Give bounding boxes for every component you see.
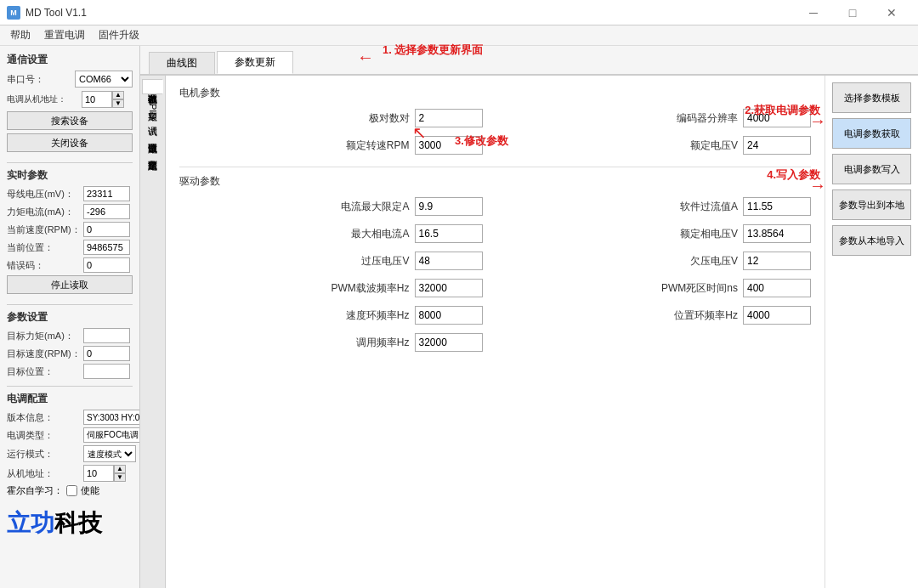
menu-bar: 帮助 重置电调 固件升级 — [0, 25, 918, 46]
right-panel: 选择参数模板 电调参数获取 电调参数写入 参数导出到本地 参数从本地导入 2.获… — [824, 76, 918, 588]
error-row: 错误码： — [7, 257, 133, 273]
export-params-btn[interactable]: 参数导出到本地 — [832, 189, 911, 220]
call-freq-field: 调用频率Hz — [179, 333, 483, 352]
minimize-button[interactable]: ─ — [794, 0, 833, 25]
driver-config-section: 电调配置 版本信息： 电调类型： 运行模式： 速度模式 从机地址： — [7, 392, 133, 497]
menu-firmware[interactable]: 固件升级 — [92, 26, 146, 44]
slave-down-btn[interactable]: ▼ — [114, 473, 126, 482]
hall-row: 霍尔自学习： 使能 — [7, 484, 133, 497]
maximize-button[interactable]: □ — [833, 0, 872, 25]
rated-speed-label: 额定转速RPM — [346, 139, 410, 153]
get-params-btn[interactable]: 电调参数获取 — [832, 118, 911, 149]
overvoltage-label: 过压电压V — [361, 254, 409, 269]
addr-input[interactable] — [82, 91, 112, 108]
menu-reset-esc[interactable]: 重置电调 — [37, 26, 92, 44]
logo-text: 立功科技 — [7, 507, 133, 540]
search-device-btn[interactable]: 搜索设备 — [7, 111, 133, 130]
param-set-section: 参数设置 目标力矩(mA)： 目标速度(RPM)： 目标位置： — [7, 310, 133, 379]
hall-checkbox[interactable] — [66, 485, 77, 496]
esc-type-label: 电调类型： — [7, 429, 83, 442]
encoder-res-field: 编码器分辨率 — [508, 109, 812, 127]
version-value — [83, 410, 140, 425]
rated-voltage-label: 额定电压V — [690, 139, 738, 153]
divider-3 — [7, 386, 133, 387]
addr-down-btn[interactable]: ▼ — [112, 99, 124, 108]
stop-read-btn[interactable]: 停止读取 — [7, 275, 133, 294]
overvoltage-field: 过压电压V — [179, 252, 483, 270]
hall-enable-label: 使能 — [81, 484, 99, 497]
param-content: 电机参数 极对数对 编码器分辨率 额定转速RPM — [166, 76, 824, 588]
version-row: 版本信息： — [7, 410, 133, 425]
port-select[interactable]: COM66 — [75, 71, 133, 88]
title-bar: M MD Tool V1.1 ─ □ ✕ — [0, 0, 918, 25]
run-mode-label: 运行模式： — [7, 448, 83, 461]
pole-pairs-field: 极对数对 — [179, 109, 483, 127]
esc-type-row: 电调类型： — [7, 427, 133, 443]
import-params-btn[interactable]: 参数从本地导入 — [832, 225, 911, 256]
max-current-input[interactable] — [415, 197, 483, 216]
encoder-res-input[interactable] — [743, 109, 811, 127]
addr-row: 电调从机地址： ▲ ▼ — [7, 91, 133, 108]
target-torque-label: 目标力矩(mA)： — [7, 330, 83, 342]
menu-help[interactable]: 帮助 — [3, 26, 37, 44]
close-button[interactable]: ✕ — [872, 0, 911, 25]
sw-overcurrent-input[interactable] — [743, 197, 811, 216]
slave-addr-row: 从机地址： ▲ ▼ — [7, 465, 133, 482]
addr-up-btn[interactable]: ▲ — [112, 91, 124, 99]
pos-loop-freq-field: 位置环频率Hz — [508, 306, 812, 325]
overvoltage-input[interactable] — [415, 252, 483, 270]
slave-up-btn[interactable]: ▲ — [114, 465, 126, 473]
pwm-freq-input[interactable] — [415, 279, 483, 297]
vert-tab-pos[interactable]: 额定位置调试 — [142, 128, 163, 144]
undervoltage-input[interactable] — [743, 252, 811, 270]
speed-row: 当前速度(RPM)： — [7, 222, 133, 237]
rated-phase-voltage-input[interactable] — [743, 224, 811, 243]
speed-loop-freq-field: 速度环频率Hz — [179, 306, 483, 325]
target-speed-input[interactable] — [83, 346, 130, 361]
tab-curve[interactable]: 曲线图 — [149, 52, 215, 74]
run-mode-select[interactable]: 速度模式 — [83, 445, 136, 462]
target-pos-input[interactable] — [83, 364, 130, 379]
max-phase-current-field: 最大相电流A — [179, 224, 483, 243]
speed-loop-freq-label: 速度环频率Hz — [346, 308, 410, 323]
title-bar-left: M MD Tool V1.1 — [7, 6, 87, 20]
slave-addr-input[interactable] — [83, 465, 114, 482]
port-row: 串口号： COM66 — [7, 71, 133, 88]
rated-phase-voltage-label: 额定相电压V — [680, 227, 738, 241]
rated-voltage-field: 额定电压V — [508, 136, 812, 155]
motor-params-title: 电机参数 — [179, 86, 811, 100]
select-template-btn[interactable]: 选择参数模板 — [832, 82, 911, 113]
slave-addr-label: 从机地址： — [7, 467, 83, 480]
error-label: 错误码： — [7, 259, 83, 272]
content-wrapper: 曲线图 参数更新 ← 1. 选择参数更新界面 基础参数调试 额定PID调试 额定… — [140, 46, 918, 588]
vert-tab-test[interactable]: 额定整定测试 — [142, 145, 163, 161]
speed-loop-freq-input[interactable] — [415, 306, 483, 325]
vert-tab-pid[interactable]: 额定PID调试 — [142, 96, 163, 127]
tab-bar-wrapper: 曲线图 参数更新 ← 1. 选择参数更新界面 — [140, 46, 918, 76]
pwm-deadtime-input[interactable] — [743, 279, 811, 297]
tab-params[interactable]: 参数更新 — [217, 51, 293, 74]
call-freq-input[interactable] — [415, 333, 483, 352]
sidebar: 通信设置 串口号： COM66 电调从机地址： ▲ ▼ 搜索设备 关闭设备 — [0, 46, 140, 588]
error-value — [83, 257, 130, 273]
position-label: 当前位置： — [7, 241, 83, 254]
pos-loop-freq-input[interactable] — [743, 306, 811, 325]
title-controls: ─ □ ✕ — [794, 0, 911, 25]
sw-overcurrent-label: 软件过流值A — [680, 200, 738, 214]
target-torque-input[interactable] — [83, 328, 130, 343]
current-label: 力矩电流(mA)： — [7, 206, 83, 218]
slave-addr-spinner: ▲ ▼ — [83, 465, 126, 482]
port-label: 串口号： — [7, 73, 75, 86]
rated-voltage-input[interactable] — [743, 136, 811, 155]
app-title: MD Tool V1.1 — [26, 7, 87, 19]
pole-pairs-input[interactable] — [415, 109, 483, 127]
pos-loop-freq-label: 位置环频率Hz — [674, 308, 738, 323]
write-params-btn[interactable]: 电调参数写入 — [832, 154, 911, 184]
motor-params-grid: 极对数对 编码器分辨率 额定转速RPM 额定电压V — [179, 109, 811, 155]
vert-tab-basic[interactable]: 基础参数调试 — [142, 79, 163, 94]
addr-spin-btns: ▲ ▼ — [112, 91, 124, 108]
close-device-btn[interactable]: 关闭设备 — [7, 133, 133, 152]
pwm-freq-field: PWM载波频率Hz — [179, 279, 483, 297]
max-phase-current-input[interactable] — [415, 224, 483, 243]
rated-speed-input[interactable] — [415, 136, 483, 155]
